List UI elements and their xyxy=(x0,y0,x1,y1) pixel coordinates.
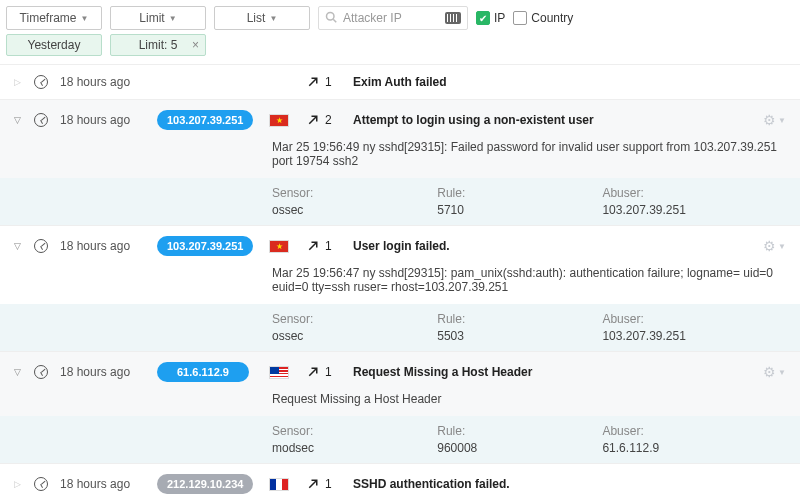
meta-value-rule: 5710 xyxy=(437,203,602,217)
row-settings[interactable]: ⚙ ▼ xyxy=(763,238,786,254)
event-meta: Sensor:ossecRule:5503Abuser:103.207.39.2… xyxy=(0,304,800,351)
caret-down-icon: ▼ xyxy=(80,14,88,23)
timeframe-label: Timeframe xyxy=(20,11,77,25)
timeframe-dropdown[interactable]: Timeframe ▼ xyxy=(6,6,102,30)
caret-down-icon: ▼ xyxy=(778,368,786,377)
svg-point-0 xyxy=(327,12,335,20)
trend-indicator: 2 xyxy=(307,113,341,127)
ip-slot: 103.207.39.251 xyxy=(157,236,257,256)
meta-label-abuser: Abuser: xyxy=(602,424,786,438)
event-description: Request Missing a Host Header xyxy=(0,392,800,416)
expand-icon[interactable]: ▷ xyxy=(14,77,22,87)
event-time: 18 hours ago xyxy=(60,113,145,127)
clock-icon xyxy=(34,239,48,253)
clock-icon xyxy=(34,113,48,127)
limit-dropdown[interactable]: Limit ▼ xyxy=(110,6,206,30)
event-row-header[interactable]: ▷ 18 hours ago 1 Exim Auth failed ⚙ ▼ xyxy=(0,65,800,99)
expand-icon[interactable]: ▽ xyxy=(14,367,22,377)
meta-label-abuser: Abuser: xyxy=(602,312,786,326)
event-time: 18 hours ago xyxy=(60,477,145,491)
event-row: ▷ 18 hours ago 1 Exim Auth failed ⚙ ▼ xyxy=(0,65,800,100)
trend-indicator: 1 xyxy=(307,239,341,253)
gear-icon: ⚙ xyxy=(763,238,776,254)
svg-line-1 xyxy=(333,19,336,22)
event-count: 1 xyxy=(325,477,332,491)
event-meta: Sensor:modsecRule:960008Abuser:61.6.112.… xyxy=(0,416,800,463)
event-title: SSHD authentication failed. xyxy=(353,477,786,491)
gear-icon: ⚙ xyxy=(763,364,776,380)
event-row: ▷ 18 hours ago 212.129.10.234 1 SSHD aut… xyxy=(0,464,800,501)
caret-down-icon: ▼ xyxy=(169,14,177,23)
meta-value-abuser: 103.207.39.251 xyxy=(602,329,786,343)
event-title: User login failed. xyxy=(353,239,751,253)
event-row: ▽ 18 hours ago 103.207.39.251 1 User log… xyxy=(0,226,800,352)
event-time: 18 hours ago xyxy=(60,239,145,253)
event-row-header[interactable]: ▽ 18 hours ago 103.207.39.251 2 Attempt … xyxy=(0,100,800,140)
expand-icon[interactable]: ▽ xyxy=(14,241,22,251)
event-row-header[interactable]: ▽ 18 hours ago 103.207.39.251 1 User log… xyxy=(0,226,800,266)
meta-value-rule: 5503 xyxy=(437,329,602,343)
expand-icon[interactable]: ▽ xyxy=(14,115,22,125)
ip-slot: 61.6.112.9 xyxy=(157,362,257,382)
arrow-up-right-icon xyxy=(307,76,319,88)
list-dropdown[interactable]: List ▼ xyxy=(214,6,310,30)
flag-slot xyxy=(269,240,295,253)
caret-down-icon: ▼ xyxy=(778,242,786,251)
caret-down-icon: ▼ xyxy=(269,14,277,23)
clock-icon xyxy=(34,365,48,379)
search-icon xyxy=(325,11,337,26)
arrow-up-right-icon xyxy=(307,114,319,126)
caret-down-icon: ▼ xyxy=(778,116,786,125)
country-checkbox[interactable]: Country xyxy=(513,11,573,25)
ip-pill[interactable]: 103.207.39.251 xyxy=(157,110,253,130)
event-row: ▽ 18 hours ago 61.6.112.9 1 Request Miss… xyxy=(0,352,800,464)
ip-pill[interactable]: 61.6.112.9 xyxy=(157,362,249,382)
expand-icon[interactable]: ▷ xyxy=(14,479,22,489)
keyboard-icon xyxy=(445,12,461,24)
list-label: List xyxy=(247,11,266,25)
event-time: 18 hours ago xyxy=(60,75,145,89)
event-title: Exim Auth failed xyxy=(353,75,786,89)
row-settings[interactable]: ⚙ ▼ xyxy=(763,112,786,128)
flag-vn-icon xyxy=(269,240,289,253)
meta-label-rule: Rule: xyxy=(437,424,602,438)
event-count: 1 xyxy=(325,239,332,253)
row-settings[interactable]: ⚙ ▼ xyxy=(763,364,786,380)
event-time: 18 hours ago xyxy=(60,365,145,379)
search-placeholder: Attacker IP xyxy=(343,11,439,25)
meta-value-abuser: 61.6.112.9 xyxy=(602,441,786,455)
ip-pill[interactable]: 103.207.39.251 xyxy=(157,236,253,256)
limit-label: Limit xyxy=(139,11,164,25)
meta-label-rule: Rule: xyxy=(437,186,602,200)
arrow-up-right-icon xyxy=(307,240,319,252)
arrow-up-right-icon xyxy=(307,366,319,378)
arrow-up-right-icon xyxy=(307,478,319,490)
event-row-header[interactable]: ▽ 18 hours ago 61.6.112.9 1 Request Miss… xyxy=(0,352,800,392)
event-description: Mar 25 19:56:47 ny sshd[29315]: pam_unix… xyxy=(0,266,800,304)
clock-icon xyxy=(34,75,48,89)
search-input[interactable]: Attacker IP xyxy=(318,6,468,30)
flag-slot xyxy=(269,114,295,127)
event-title: Attempt to login using a non-existent us… xyxy=(353,113,751,127)
event-row-header[interactable]: ▷ 18 hours ago 212.129.10.234 1 SSHD aut… xyxy=(0,464,800,501)
close-icon[interactable]: × xyxy=(192,38,199,52)
meta-label-abuser: Abuser: xyxy=(602,186,786,200)
checkbox-unchecked-icon xyxy=(513,11,527,25)
event-description: Mar 25 19:56:49 ny sshd[29315]: Failed p… xyxy=(0,140,800,178)
ip-checkbox[interactable]: ✔ IP xyxy=(476,11,505,25)
meta-value-rule: 960008 xyxy=(437,441,602,455)
event-title: Request Missing a Host Header xyxy=(353,365,751,379)
filter-chip-limit[interactable]: Limit: 5 × xyxy=(110,34,206,56)
flag-my-icon xyxy=(269,366,289,379)
trend-indicator: 1 xyxy=(307,477,341,491)
flag-slot xyxy=(269,366,295,379)
event-count: 1 xyxy=(325,75,332,89)
event-count: 2 xyxy=(325,113,332,127)
event-count: 1 xyxy=(325,365,332,379)
meta-value-sensor: ossec xyxy=(272,203,437,217)
event-row: ▽ 18 hours ago 103.207.39.251 2 Attempt … xyxy=(0,100,800,226)
meta-label-sensor: Sensor: xyxy=(272,186,437,200)
ip-pill[interactable]: 212.129.10.234 xyxy=(157,474,253,494)
trend-indicator: 1 xyxy=(307,75,341,89)
filter-chip-timeframe[interactable]: Yesterday xyxy=(6,34,102,56)
